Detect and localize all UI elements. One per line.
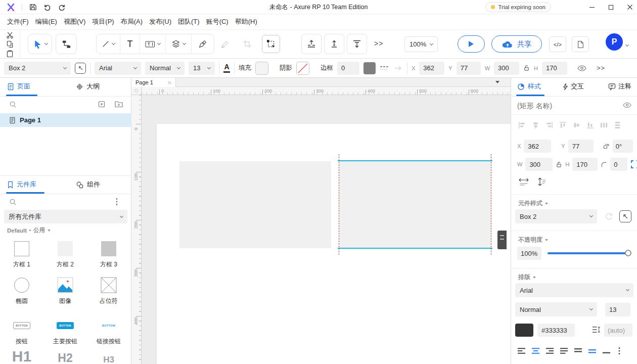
menu-item-publish[interactable]: 发布(U) <box>149 17 171 26</box>
add-folder-button[interactable] <box>114 100 123 108</box>
rotation-field[interactable]: 0° <box>613 140 633 153</box>
inspector-w-field[interactable]: 300 <box>525 158 553 171</box>
format-painter-button[interactable] <box>220 39 230 49</box>
account-avatar[interactable]: P <box>606 33 623 51</box>
maximize-button[interactable] <box>608 5 614 10</box>
text-align-center-button[interactable] <box>531 347 540 354</box>
align-left-button[interactable] <box>518 121 526 129</box>
inspector-font-family-select[interactable]: Arial <box>515 283 633 297</box>
menu-item-file[interactable]: 文件(F) <box>7 17 29 26</box>
send-to-back-button[interactable] <box>347 34 367 54</box>
font-family-select[interactable]: Arial <box>95 62 141 75</box>
bring-forward-button[interactable] <box>324 34 344 54</box>
typography-section-label[interactable]: 排版 <box>518 273 536 282</box>
tab-list-caret[interactable] <box>495 81 499 83</box>
fill-swatch[interactable] <box>255 62 268 75</box>
distribute-horizontal-button[interactable] <box>600 121 608 129</box>
shapes-tool-button[interactable] <box>166 34 191 54</box>
widget-item-primary-button[interactable]: BUTTON 主要按钮 <box>53 317 77 346</box>
style-picker-button[interactable] <box>75 63 86 74</box>
ruler-corner[interactable] <box>131 87 142 95</box>
lock-ratio-button[interactable] <box>523 65 530 71</box>
code-export-button[interactable]: </> <box>549 36 566 52</box>
menu-item-edit[interactable]: 编辑(E) <box>35 17 57 26</box>
canvas-shape-rectangle-2-selected[interactable] <box>339 161 491 248</box>
account-chevron-icon[interactable] <box>625 43 629 47</box>
spec-doc-button[interactable] <box>572 36 589 52</box>
widget-item-image[interactable]: 图像 <box>57 277 73 305</box>
text-tool-button[interactable]: T <box>120 34 140 54</box>
more-style-button[interactable]: >> <box>597 64 605 72</box>
connector-tool-button[interactable] <box>56 34 77 54</box>
more-tools-button[interactable]: >> <box>374 39 383 48</box>
text-field-tool-button[interactable] <box>140 34 165 54</box>
tab-pages[interactable]: 页面 <box>7 82 30 91</box>
border-style-select[interactable] <box>380 65 390 71</box>
widget-item-h3[interactable]: H3 <box>103 355 114 364</box>
widget-item-button[interactable]: BUTTON 按钮 <box>13 317 30 346</box>
text-color-swatch[interactable] <box>515 324 533 337</box>
w-field[interactable]: 300 <box>494 62 519 75</box>
widget-style-select[interactable]: Box 2 <box>4 62 71 75</box>
menu-item-project[interactable]: 项目(P) <box>92 17 114 26</box>
vertical-align-top-button[interactable] <box>574 347 582 354</box>
distribute-vertical-button[interactable] <box>614 121 621 129</box>
text-align-right-button[interactable] <box>545 347 554 354</box>
inspector-style-picker-button[interactable] <box>619 210 631 222</box>
align-middle-button[interactable] <box>573 121 580 129</box>
edit-points-button[interactable] <box>262 35 280 53</box>
inspector-font-weight-select[interactable]: Normal <box>515 302 597 316</box>
align-top-button[interactable] <box>559 121 567 129</box>
tab-style[interactable]: 样式 <box>517 82 541 91</box>
inspector-h-field[interactable]: 170 <box>572 158 598 171</box>
arrow-style-select[interactable] <box>394 65 403 71</box>
fit-width-button[interactable] <box>518 177 529 186</box>
preview-button[interactable] <box>458 35 485 53</box>
widget-item-placeholder[interactable]: 占位符 <box>100 277 118 305</box>
slider-knob[interactable] <box>625 250 631 256</box>
menu-item-team[interactable]: 团队(T) <box>178 17 200 26</box>
opacity-slider[interactable] <box>548 252 629 254</box>
font-color-button[interactable]: A <box>223 63 230 73</box>
widget-item-h1[interactable]: H1 <box>12 348 31 364</box>
align-center-button[interactable] <box>532 121 539 129</box>
align-bottom-button[interactable] <box>586 121 594 129</box>
crop-button[interactable] <box>243 39 252 49</box>
library-group-label[interactable]: Default 公用 <box>7 226 51 234</box>
menu-item-view[interactable]: 视图(V) <box>64 17 85 26</box>
collapsed-panel-handle[interactable] <box>497 231 507 249</box>
line-tool-button[interactable] <box>97 34 120 54</box>
library-menu-button[interactable] <box>116 198 118 206</box>
widget-name-input[interactable] <box>517 100 616 111</box>
menu-item-account[interactable]: 账号(C) <box>206 17 229 26</box>
inspector-x-field[interactable]: 362 <box>524 140 551 153</box>
inspector-y-field[interactable]: 77 <box>568 140 594 153</box>
shadow-swatch[interactable] <box>296 62 309 75</box>
canvas-tab-page1[interactable]: Page 1 <box>131 78 176 87</box>
add-page-button[interactable] <box>98 100 106 108</box>
fit-height-button[interactable] <box>537 177 547 187</box>
selection-frame-button[interactable] <box>630 160 637 169</box>
vertical-align-bottom-button[interactable] <box>602 347 611 354</box>
select-tool-button[interactable] <box>28 34 52 54</box>
trial-badge[interactable]: Trial expiring soon <box>485 2 551 12</box>
tab-library[interactable]: 元件库 <box>7 180 36 189</box>
paste-button[interactable] <box>7 50 13 58</box>
opacity-field[interactable]: 100% <box>517 247 541 260</box>
border-color-swatch[interactable] <box>363 62 376 74</box>
vertical-align-middle-button[interactable] <box>588 347 597 354</box>
tab-components[interactable]: 组件 <box>76 180 100 189</box>
show-name-toggle[interactable] <box>623 102 631 108</box>
inspector-widget-style-select[interactable]: Box 2 <box>515 209 597 223</box>
tab-interactions[interactable]: 交互 <box>563 82 584 91</box>
canvas-shape-rectangle-1[interactable] <box>179 161 331 248</box>
widget-item-h2[interactable]: H2 <box>58 351 72 364</box>
widget-item-ellipse[interactable]: 椭圆 <box>14 277 29 305</box>
border-width-field[interactable]: 0 <box>337 62 359 75</box>
widget-item-box3[interactable]: 方框 3 <box>100 241 117 269</box>
widget-item-link-button[interactable]: BUTTON 链接按钮 <box>97 317 121 346</box>
minimize-button[interactable] <box>589 4 595 10</box>
pages-search-button[interactable] <box>9 101 17 108</box>
zoom-select[interactable]: 100% <box>404 36 438 52</box>
corner-radius-field[interactable]: 0 <box>610 158 627 171</box>
